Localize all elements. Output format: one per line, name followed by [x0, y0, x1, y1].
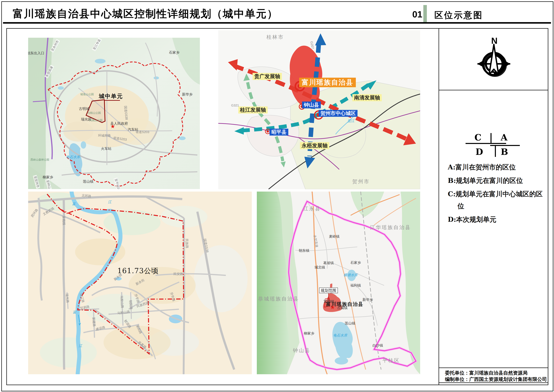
map-label: 瑞光路: [65, 293, 70, 303]
map-label: 北环路: [82, 194, 91, 198]
map-label: ★: [330, 304, 335, 310]
map-label: 规划范围: [319, 287, 338, 293]
map-label: 昭平县: [270, 129, 288, 136]
map-label: 至江华县: [92, 38, 102, 51]
quadrant-letter-c: C: [474, 132, 481, 142]
right-panel: N C A D B: [439, 29, 548, 385]
quadrant-letter-a: A: [501, 132, 508, 142]
map-label: 柳家乡: [304, 331, 314, 335]
map-label: 国道G538: [203, 238, 209, 253]
map-label: 凤凰路: [137, 341, 147, 349]
map-label: 古城镇: [337, 306, 348, 310]
map-unit-labels: 北环路西环路文教西路富江富桃线161.73公顷新永路新永街民安路民族路国道G53…: [28, 192, 252, 374]
map-central-city-labels: 至永州市至江华县永贺高速朝东出入口石家乡鲢鱼山公园城中单元新华乡古明城马鞍山公园…: [28, 38, 200, 189]
map-label: 白沙镇: [373, 343, 383, 347]
map-label: 富: [73, 310, 76, 314]
map-label: 新建路: [92, 317, 96, 327]
header-green-bar: [423, 5, 427, 22]
title-block-footer: 委托单位：富川瑶族自治县自然资源局 编制单位：广西国土资源规划设计集团有限公司: [439, 368, 548, 383]
map-label: 柳家乡: [43, 175, 53, 179]
legend-item: D:本次规划单元: [448, 213, 546, 225]
map-label: 贸易路: [80, 305, 90, 310]
map-label: 环城南路: [98, 134, 111, 137]
map-unit-detail: 北环路西环路文教西路富江富桃线161.73公顷新永路新永街民安路民族路国道G53…: [28, 192, 252, 374]
map-label: G207: [310, 41, 315, 49]
map-label: 福利镇: [350, 283, 361, 287]
map-label: 石家乡: [169, 50, 180, 55]
map-label: 桂江发展轴: [238, 106, 268, 113]
map-label: 161.73公顷: [118, 267, 159, 275]
map-label: 鲢鱼山公园: [80, 93, 94, 96]
map-label: 财源路: [124, 319, 132, 329]
map-label: 民安路: [173, 272, 183, 276]
map-label: 文教西路: [42, 206, 55, 216]
map-label: 马鞍山路: [117, 310, 130, 315]
sheet-number: 01: [406, 9, 422, 20]
map-label: 升学路: [134, 293, 140, 303]
map-label: ★: [111, 123, 115, 130]
map-county: 江永县麦岭镇朝东镇永贺高速葛坡镇城北镇石家乡福利镇横塘水库江华瑶族自治县规划范围…: [257, 192, 420, 374]
map-label: 朝阳路: [129, 300, 133, 310]
map-label: 富: [72, 202, 76, 206]
map-label: 至永州市: [50, 39, 60, 53]
sheet-header: 富川瑶族自治县中心城区控制性详细规划（城中单元） 01 区位示意图: [3, 3, 551, 22]
map-label: 南清发展轴: [353, 94, 382, 101]
legend-item: A:富川在贺州市的区位: [448, 161, 546, 173]
header-rule: [3, 22, 551, 24]
map-label: 西岭山森林公园: [30, 158, 49, 161]
map-label: 至贺州市: [33, 175, 40, 189]
map-label: 莲山镇: [345, 321, 355, 325]
map-label: 升学路: [169, 292, 176, 302]
map-label: 永梧发展轴: [300, 142, 329, 149]
client-line: 委托单位：富川瑶族自治县自然资源局: [445, 370, 527, 376]
map-label: 建设路: [96, 325, 106, 331]
map-label: 石家乡: [350, 261, 361, 265]
quadrant-letter-d: D: [475, 147, 483, 157]
legend: A:富川在贺州市的区位B:规划单元在富川的区位C:规划单元在富川中心城区的区位D…: [448, 161, 546, 227]
map-label: 朝东出入口: [28, 51, 44, 55]
map-label: 贺江: [347, 119, 354, 123]
quadrant-letter-b: B: [501, 147, 508, 157]
map-label: 江: [79, 344, 82, 348]
map-label: 贺州市: [352, 179, 370, 184]
map-label: 景阳路: [135, 324, 143, 335]
map-label: 贺州市中心城区: [319, 110, 358, 117]
map-label: 省道S203: [113, 136, 127, 141]
map-label: 葛坡镇: [323, 261, 334, 265]
map-label: 马鞍山路: [120, 295, 124, 308]
map-label: 贵广发展轴: [253, 73, 282, 80]
north-compass-icon: N: [475, 36, 514, 88]
map-central-city: 至永州市至江华县永贺高速朝东出入口石家乡鲢鱼山公园城中单元新华乡古明城马鞍山公园…: [28, 38, 200, 189]
map-label: 江华瑶族自治县: [370, 224, 411, 231]
map-label: 火车站: [101, 147, 111, 151]
map-label: 马鞍山公园: [87, 112, 101, 114]
map-label: 省道S203: [136, 130, 149, 134]
map-label: 新华乡: [362, 298, 373, 302]
map-label: 平桂区: [382, 358, 400, 364]
map-label: 永贺高速: [44, 65, 54, 78]
map-label: 古明城: [79, 107, 90, 111]
map-label: 富川瑶族自治县: [299, 77, 356, 87]
map-label: 城北镇: [315, 265, 325, 269]
map-regional-labels: 桂林市G207贵广发展轴富川瑶族自治县南清发展轴桂江发展轴钟山县贺州市中心城区昭…: [218, 30, 420, 189]
map-label: 江永县: [303, 206, 321, 212]
map-label: 恭城瑶族自治县: [258, 296, 299, 302]
map-label: 龟石水库: [66, 155, 80, 159]
map-label: 西环路: [30, 208, 39, 218]
page-title: 富川瑶族自治县中心城区控制性详细规划（城中单元）: [13, 7, 278, 21]
map-label: 莲山镇: [83, 180, 93, 183]
map-label: 钟山县: [293, 348, 311, 353]
author-line: 编制单位：广西国土资源规划设计集团有限公司: [445, 376, 547, 383]
map-label: 新永街: [135, 278, 145, 286]
map-label: 桂林市: [267, 34, 284, 40]
map-label: 永贺高速: [313, 235, 319, 248]
legend-item: C:规划单元在富川中心城区的区位: [448, 188, 546, 212]
quadrant-key-diagram: C A D B: [464, 132, 521, 157]
quadrant-key: C A D B: [464, 132, 521, 158]
map-label: 钟山县: [302, 102, 321, 108]
map-label: 至钟山县: [45, 179, 53, 189]
drawing-area: 至永州市至江华县永贺高速朝东出入口石家乡鲢鱼山公园城中单元新华乡古明城马鞍山公园…: [6, 28, 548, 385]
map-label: 凤凰山公园: [89, 119, 103, 122]
map-label: G321: [231, 104, 239, 107]
compass-box: N: [439, 29, 548, 90]
